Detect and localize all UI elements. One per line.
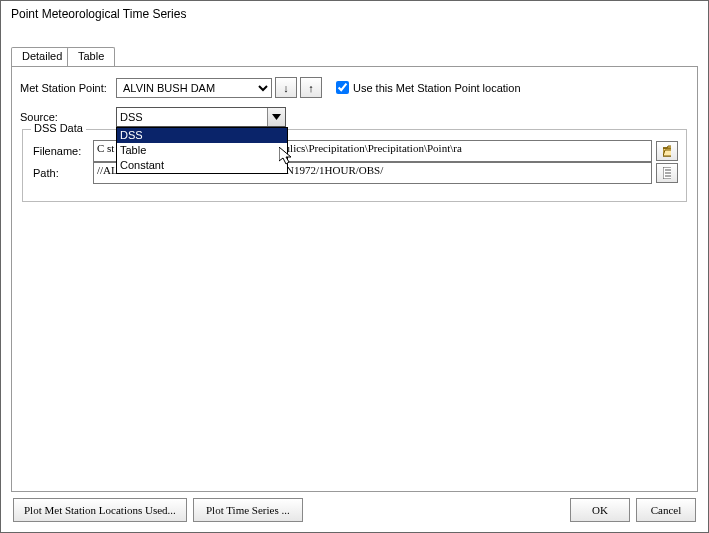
dialog-title: Point Meteorological Time Series <box>1 1 708 47</box>
tab-strip: Detailed Table <box>11 47 698 67</box>
path-label: Path: <box>33 167 93 179</box>
chevron-down-icon <box>272 114 281 120</box>
filename-label: Filename: <box>33 145 93 157</box>
source-select[interactable]: DSS DSS Table Constant <box>116 107 286 127</box>
source-select-value: DSS <box>117 111 267 123</box>
move-up-button[interactable]: ↑ <box>300 77 322 98</box>
folder-open-icon <box>663 145 671 157</box>
browse-file-button[interactable] <box>656 141 678 161</box>
station-point-select[interactable]: ALVIN BUSH DAM <box>116 78 272 98</box>
cancel-button[interactable]: Cancel <box>636 498 696 522</box>
use-location-checkbox-input[interactable] <box>336 81 349 94</box>
source-option-table[interactable]: Table <box>117 143 287 158</box>
station-point-label: Met Station Point: <box>20 82 116 94</box>
plot-locations-button[interactable]: Plot Met Station Locations Used... <box>13 498 187 522</box>
source-option-constant[interactable]: Constant <box>117 158 287 173</box>
catalog-icon <box>663 167 671 179</box>
dialog-window: Point Meteorological Time Series Detaile… <box>0 0 709 533</box>
ok-button[interactable]: OK <box>570 498 630 522</box>
svg-marker-2 <box>663 146 671 148</box>
row-source: Source: DSS DSS Table Constant <box>20 107 689 127</box>
arrow-up-icon: ↑ <box>308 82 314 94</box>
tab-panel-detailed: Met Station Point: ALVIN BUSH DAM ↓ ↑ Us… <box>11 66 698 492</box>
browse-path-button[interactable] <box>656 163 678 183</box>
use-location-checkbox[interactable]: Use this Met Station Point location <box>336 81 521 94</box>
use-location-label: Use this Met Station Point location <box>353 82 521 94</box>
svg-marker-0 <box>272 114 281 120</box>
arrow-down-icon: ↓ <box>283 82 289 94</box>
client-area: Detailed Table Met Station Point: ALVIN … <box>1 47 708 532</box>
move-down-button[interactable]: ↓ <box>275 77 297 98</box>
svg-marker-3 <box>663 150 671 156</box>
dss-data-group-title: DSS Data <box>31 122 86 134</box>
source-select-list[interactable]: DSS Table Constant <box>116 127 288 174</box>
row-station-point: Met Station Point: ALVIN BUSH DAM ↓ ↑ Us… <box>20 77 689 98</box>
source-select-button[interactable] <box>267 108 285 126</box>
button-bar-spacer <box>309 498 564 522</box>
plot-time-series-button[interactable]: Plot Time Series ... <box>193 498 303 522</box>
dialog-button-bar: Plot Met Station Locations Used... Plot … <box>11 492 698 524</box>
source-option-dss[interactable]: DSS <box>117 128 287 143</box>
